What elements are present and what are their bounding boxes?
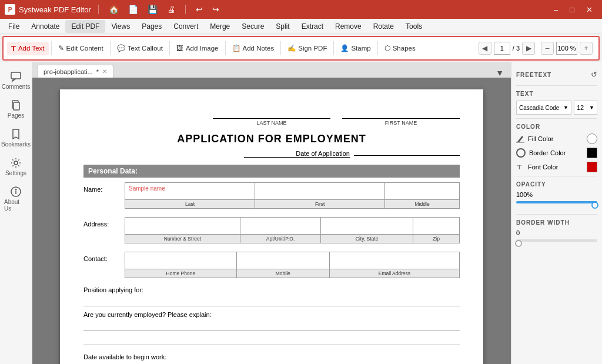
home-phone-field[interactable]: [125, 252, 237, 269]
minimize-button[interactable]: –: [549, 4, 563, 15]
zip-field[interactable]: [413, 218, 459, 234]
menu-split[interactable]: Split: [270, 20, 295, 33]
save-icon[interactable]: 💾: [145, 4, 160, 15]
border-width-slider[interactable]: [516, 239, 597, 248]
position-line: [83, 295, 460, 306]
next-page-button[interactable]: ▶: [522, 42, 535, 55]
redo-icon[interactable]: ↪: [209, 4, 222, 15]
font-color-swatch[interactable]: [587, 162, 597, 172]
text-callout-label: Text Callout: [128, 45, 163, 52]
mobile-field[interactable]: [237, 252, 330, 269]
sidebar-label-bookmarks: Bookmarks: [1, 141, 31, 148]
tab-close-button[interactable]: ✕: [102, 68, 107, 75]
email-field[interactable]: [330, 252, 459, 269]
page-number-input[interactable]: [494, 42, 510, 55]
menu-file[interactable]: File: [2, 20, 25, 33]
font-family-select[interactable]: Cascadia Code ▼: [516, 101, 571, 115]
freetext-header-row: FREETEXT ↺: [516, 67, 597, 82]
fill-color-swatch[interactable]: [587, 133, 597, 144]
menu-remove[interactable]: Remove: [329, 20, 367, 33]
sidebar-item-settings[interactable]: Settings: [2, 153, 30, 180]
shapes-label: Shapes: [393, 45, 416, 52]
add-text-button[interactable]: T Add Text: [7, 42, 49, 55]
right-panel: FREETEXT ↺ TEXT Cascadia Code ▼ 12 ▼ COL…: [511, 62, 602, 364]
menu-annotate[interactable]: Annotate: [25, 20, 65, 33]
add-image-button[interactable]: 🖼 Add Image: [172, 42, 223, 54]
zoom-input[interactable]: [556, 42, 577, 55]
stamp-label: Stamp: [351, 45, 370, 52]
text-callout-button[interactable]: 💬 Text Callout: [113, 42, 167, 55]
position-label: Position applying for:: [83, 286, 143, 293]
shapes-button[interactable]: ⬡ Shapes: [380, 42, 420, 55]
zoom-in-button[interactable]: +: [580, 42, 593, 55]
name-form-row: Name: Sample name Last First Mid: [83, 182, 460, 209]
menu-pages[interactable]: Pages: [136, 20, 168, 33]
divider-2: [516, 118, 597, 119]
border-width-thumb: [515, 240, 522, 247]
panel-collapse-button[interactable]: ▼: [496, 68, 504, 78]
middle-name-field[interactable]: [385, 183, 459, 199]
svg-point-3: [14, 161, 18, 165]
divider-1: [516, 85, 597, 86]
new-file-icon[interactable]: 📄: [125, 4, 141, 15]
left-sidebar: Comments Pages Bookmarks Settings: [0, 62, 32, 364]
panel-undo-icon[interactable]: ↺: [591, 70, 597, 79]
apt-field[interactable]: [240, 218, 321, 234]
date-available-row: Date available to begin work:: [83, 353, 460, 364]
maximize-button[interactable]: □: [565, 4, 579, 15]
application-title: APPLICATION FOR EMPLOYMENT: [83, 133, 460, 145]
edit-content-button[interactable]: ✎ Edit Content: [54, 42, 108, 55]
menu-secure[interactable]: Secure: [236, 20, 270, 33]
info-icon: [10, 186, 22, 198]
pdf-page: LAST NAME FIRST NAME APPLICATION FOR EMP…: [60, 89, 483, 364]
main-area: Comments Pages Bookmarks Settings: [0, 62, 602, 364]
pdf-viewer[interactable]: LAST NAME FIRST NAME APPLICATION FOR EMP…: [32, 78, 511, 364]
add-notes-icon: 📋: [232, 44, 240, 52]
border-color-swatch[interactable]: [587, 148, 597, 158]
undo-icon[interactable]: ↩: [193, 4, 206, 15]
print-icon[interactable]: 🖨: [164, 4, 178, 15]
menu-extract[interactable]: Extract: [296, 20, 329, 33]
menu-views[interactable]: Views: [105, 20, 136, 33]
fill-color-icon: [516, 135, 524, 143]
opacity-slider[interactable]: [516, 201, 597, 209]
first-sublabel: First: [255, 200, 385, 208]
close-button[interactable]: ✕: [581, 4, 597, 15]
sidebar-item-pages[interactable]: Pages: [2, 96, 30, 122]
home-icon[interactable]: 🏠: [106, 4, 122, 15]
svg-rect-2: [14, 102, 19, 110]
zoom-out-button[interactable]: –: [541, 42, 554, 55]
settings-icon: [10, 157, 22, 169]
last-sublabel: Last: [125, 200, 255, 208]
last-name-field[interactable]: Sample name: [125, 183, 255, 199]
sidebar-item-bookmarks[interactable]: Bookmarks: [2, 125, 30, 151]
address-sublabels: Number & Street Apt/Unit/P.O. City, Stat…: [125, 235, 460, 243]
menu-rotate[interactable]: Rotate: [367, 20, 400, 33]
date-label: Date of Application: [244, 150, 350, 158]
sign-pdf-icon: ✍: [287, 44, 296, 52]
add-notes-button[interactable]: 📋 Add Notes: [228, 42, 279, 55]
prev-page-button[interactable]: ◀: [479, 42, 491, 55]
sidebar-item-about[interactable]: About Us: [2, 182, 30, 215]
sidebar-item-comments[interactable]: Comments: [2, 67, 30, 93]
text-section-header: TEXT: [516, 91, 597, 97]
menu-merge[interactable]: Merge: [204, 20, 236, 33]
menu-edit-pdf[interactable]: Edit PDF: [65, 20, 105, 33]
city-field[interactable]: [321, 218, 413, 234]
opacity-track: [516, 201, 597, 203]
font-family-chevron: ▼: [563, 105, 568, 111]
shapes-icon: ⬡: [384, 44, 390, 52]
svg-point-6: [15, 189, 16, 191]
first-name-label: FIRST NAME: [342, 120, 460, 126]
document-tab[interactable]: pro-jobapplicati... * ✕: [37, 65, 113, 78]
font-family-value: Cascadia Code: [519, 105, 559, 111]
street-field[interactable]: [125, 218, 240, 234]
font-size-select[interactable]: 12 ▼: [574, 101, 597, 115]
menu-convert[interactable]: Convert: [168, 20, 204, 33]
mobile-sublabel: Mobile: [237, 269, 330, 278]
personal-data-header: Personal Data:: [83, 165, 460, 178]
stamp-button[interactable]: 👤 Stamp: [336, 42, 374, 55]
menu-tools[interactable]: Tools: [400, 20, 428, 33]
first-name-field[interactable]: [255, 183, 385, 199]
sign-pdf-button[interactable]: ✍ Sign PDF: [283, 42, 331, 55]
